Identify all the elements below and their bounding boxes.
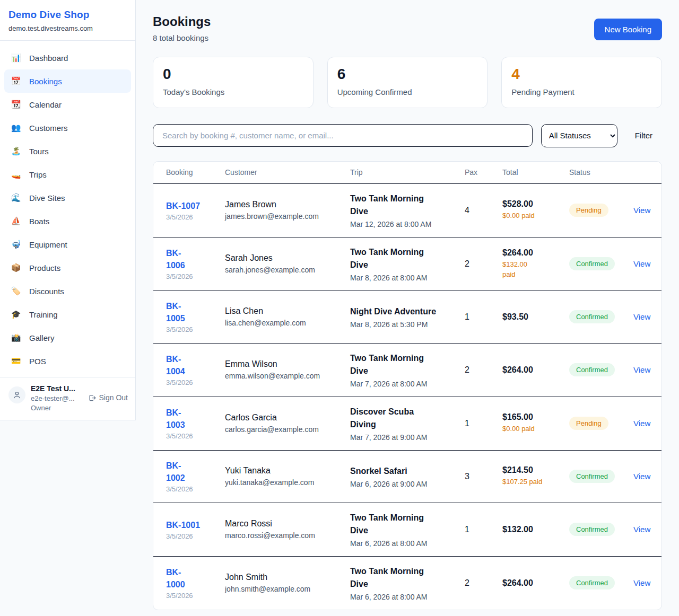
customer-email: john.smith@example.com (225, 585, 345, 593)
new-booking-button[interactable]: New Booking (594, 19, 662, 40)
table-row: BK- 1000 3/5/2026 John Smith john.smith@… (153, 557, 661, 610)
booking-id-link[interactable]: BK- 1002 (166, 460, 185, 484)
sidebar-item-pos[interactable]: 💳 POS (4, 349, 131, 373)
customer-email: marco.rossi@example.com (225, 531, 345, 540)
calendar-icon: 📅 (11, 76, 21, 86)
total-amount: $264.00 (502, 578, 564, 588)
status-badge: Confirmed (569, 310, 615, 323)
booking-cell: BK- 1002 3/5/2026 (166, 460, 225, 493)
column-header-total: Total (502, 168, 569, 177)
sidebar-item-training[interactable]: 🎓 Training (4, 303, 131, 326)
status-badge: Confirmed (569, 470, 615, 483)
column-header-booking: Booking (166, 168, 225, 177)
sidebar-item-equipment[interactable]: 🤿 Equipment (4, 233, 131, 256)
sidebar-item-discounts[interactable]: 🏷️ Discounts (4, 279, 131, 303)
stat-value: 6 (337, 66, 478, 83)
customer-name: Emma Wilson (225, 359, 345, 369)
stat-label: Upcoming Confirmed (337, 87, 478, 96)
user-role: Owner (31, 404, 75, 412)
trip-cell: Discover Scuba Diving Mar 7, 2026 at 9:0… (350, 406, 465, 442)
table-body: BK-1007 3/5/2026 James Brown james.brown… (153, 184, 661, 610)
customer-email: lisa.chen@example.com (225, 319, 345, 327)
trip-datetime: Mar 8, 2026 at 5:30 PM (350, 320, 459, 329)
stat-card: 6 Upcoming Confirmed (327, 57, 488, 108)
booking-date: 3/5/2026 (166, 485, 220, 493)
filter-button[interactable]: Filter (635, 131, 652, 140)
paid-amount: $0.00 paid (502, 424, 564, 434)
trip-title: Two Tank Morning Dive (350, 565, 459, 591)
stats-row: 0 Today's Bookings 6 Upcoming Confirmed … (153, 57, 662, 108)
view-link[interactable]: View (633, 472, 650, 481)
trip-cell: Two Tank Morning Dive Mar 12, 2026 at 8:… (350, 192, 465, 228)
column-header-trip: Trip (350, 168, 465, 177)
trip-cell: Snorkel Safari Mar 6, 2026 at 9:00 AM (350, 465, 465, 488)
actions-cell: View (633, 419, 650, 428)
sidebar-item-bookings[interactable]: 📅 Bookings (4, 69, 131, 93)
sign-out-button[interactable]: Sign Out (88, 384, 128, 402)
main-content: Bookings 8 total bookings New Booking 0 … (136, 0, 679, 616)
actions-cell: View (633, 472, 650, 481)
speedboat-icon: 🚤 (11, 170, 21, 179)
view-link[interactable]: View (633, 525, 650, 534)
view-link[interactable]: View (633, 206, 650, 215)
pax-cell: 1 (465, 525, 502, 534)
status-cell: Confirmed (569, 363, 633, 376)
booking-id-link[interactable]: BK- 1000 (166, 566, 185, 591)
credit-card-icon: 💳 (11, 356, 21, 366)
paid-amount: $107.25 paid (502, 477, 564, 487)
sidebar-footer: E2E Test U... e2e-tester@... Owner Sign … (0, 377, 135, 420)
booking-id-link[interactable]: BK- 1006 (166, 247, 185, 271)
sidebar-item-customers[interactable]: 👥 Customers (4, 116, 131, 139)
booking-cell: BK- 1000 3/5/2026 (166, 566, 225, 600)
sidebar-item-products[interactable]: 📦 Products (4, 256, 131, 279)
sidebar-item-trips[interactable]: 🚤 Trips (4, 163, 131, 186)
sign-out-label: Sign Out (99, 393, 128, 402)
total-amount: $264.00 (502, 248, 564, 258)
pax-cell: 2 (465, 259, 502, 269)
brand-domain: demo.test.divestreams.com (8, 24, 127, 32)
booking-cell: BK-1007 3/5/2026 (166, 200, 225, 221)
total-amount: $528.00 (502, 199, 564, 209)
status-cell: Pending (569, 204, 633, 217)
user-email: e2e-tester@... (31, 394, 75, 402)
bookings-table: Booking Customer Trip Pax Total Status B… (153, 161, 662, 610)
total-cell: $165.00 $0.00 paid (502, 412, 569, 434)
user-name: E2E Test U... (31, 384, 75, 393)
view-link[interactable]: View (633, 365, 650, 374)
pax-cell: 1 (465, 312, 502, 322)
booking-id-link[interactable]: BK- 1004 (166, 353, 185, 377)
sidebar-item-dashboard[interactable]: 📊 Dashboard (4, 46, 131, 69)
sidebar-item-calendar[interactable]: 📆 Calendar (4, 93, 131, 116)
customer-name: Sarah Jones (225, 253, 345, 263)
page-title-block: Bookings 8 total bookings (153, 14, 211, 42)
booking-date: 3/5/2026 (166, 272, 220, 280)
customer-cell: Sarah Jones sarah.jones@example.com (225, 253, 350, 274)
stat-card: 0 Today's Bookings (153, 57, 314, 108)
search-input[interactable] (153, 124, 533, 147)
booking-cell: BK- 1006 3/5/2026 (166, 247, 225, 280)
status-badge: Confirmed (569, 363, 615, 376)
sidebar-item-dive-sites[interactable]: 🌊 Dive Sites (4, 186, 131, 209)
view-link[interactable]: View (633, 419, 650, 428)
status-select[interactable]: All Statuses (541, 124, 617, 147)
booking-id-link[interactable]: BK-1007 (166, 200, 200, 212)
booking-id-link[interactable]: BK- 1003 (166, 407, 185, 431)
booking-id-link[interactable]: BK- 1005 (166, 300, 185, 324)
graduation-cap-icon: 🎓 (11, 310, 21, 319)
view-link[interactable]: View (633, 578, 650, 587)
booking-cell: BK- 1005 3/5/2026 (166, 300, 225, 333)
customer-cell: Yuki Tanaka yuki.tanaka@example.com (225, 466, 350, 487)
customer-email: sarah.jones@example.com (225, 266, 345, 274)
sidebar-item-boats[interactable]: ⛵ Boats (4, 209, 131, 233)
paid-amount: $132.00 paid (502, 260, 564, 280)
island-icon: 🏝️ (11, 146, 21, 156)
column-header-status: Status (569, 168, 633, 177)
view-link[interactable]: View (633, 259, 650, 268)
stat-card: 4 Pending Payment (501, 57, 662, 108)
booking-id-link[interactable]: BK-1001 (166, 519, 200, 531)
customer-name: Yuki Tanaka (225, 466, 345, 476)
sidebar-item-tours[interactable]: 🏝️ Tours (4, 139, 131, 163)
view-link[interactable]: View (633, 312, 650, 321)
sidebar-item-gallery[interactable]: 📸 Gallery (4, 326, 131, 349)
customer-email: james.brown@example.com (225, 212, 345, 221)
